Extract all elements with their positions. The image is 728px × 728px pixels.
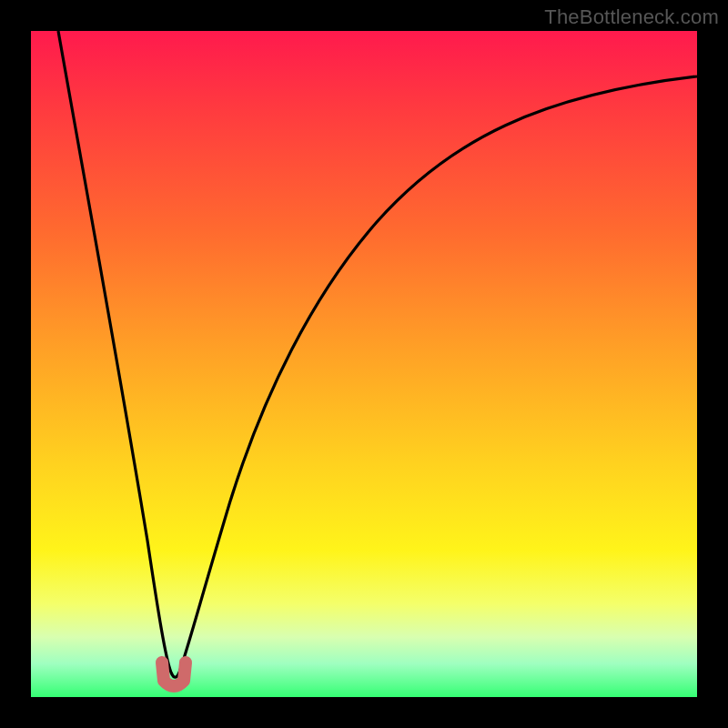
chart-frame: TheBottleneck.com xyxy=(0,0,728,728)
watermark-text: TheBottleneck.com xyxy=(544,5,719,29)
bottleneck-curve xyxy=(58,31,697,677)
optimal-dip-marker xyxy=(162,662,186,686)
plot-area xyxy=(31,31,697,697)
curve-layer xyxy=(31,31,697,697)
